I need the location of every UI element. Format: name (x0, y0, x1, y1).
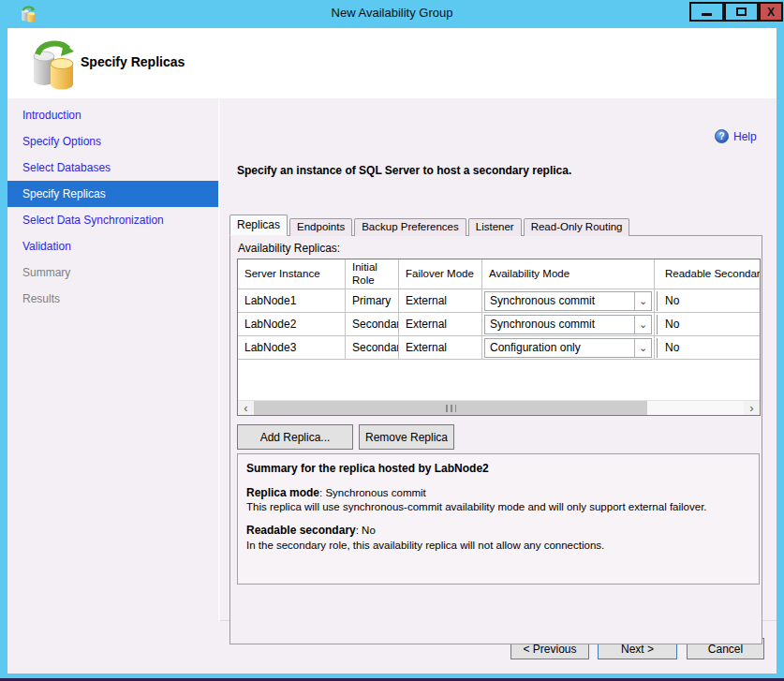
tab-replicas[interactable]: Replicas (229, 215, 288, 236)
tab-listener[interactable]: Listener (468, 218, 522, 236)
chevron-down-icon: ⌄ (634, 339, 651, 357)
help-icon: ? (715, 129, 729, 143)
availability-replicas-label: Availability Replicas: (238, 242, 340, 255)
minimize-button[interactable] (689, 2, 724, 22)
cell-failover-mode: External (399, 336, 482, 359)
cell-readable-secondary: No (655, 313, 761, 335)
nav-item-summary: Summary (7, 259, 218, 286)
maximize-icon (736, 7, 747, 16)
readable-secondary-dropdown[interactable]: No (657, 315, 761, 334)
nav-item-introduction[interactable]: Introduction (7, 102, 218, 128)
tab-endpoints[interactable]: Endpoints (289, 218, 352, 236)
cell-initial-role: Secondary (346, 336, 399, 359)
replica-summary-panel: Summary for the replica hosted by LabNod… (237, 453, 760, 585)
col-readable-secondary[interactable]: Readable Secondary (655, 259, 761, 289)
horizontal-scrollbar[interactable]: ‹ › (238, 400, 760, 415)
availability-mode-dropdown[interactable]: Synchronous commit ⌄ (484, 291, 652, 311)
wizard-header: Specify Replicas (7, 28, 777, 98)
replica-mode-desc: This replica will use synchronous-commit… (246, 500, 750, 514)
help-link[interactable]: ? Help (715, 129, 757, 143)
nav-item-select-databases[interactable]: Select Databases (7, 155, 218, 181)
table-row[interactable]: LabNode3 Secondary External Configuratio… (238, 336, 761, 360)
col-availability-mode[interactable]: Availability Mode (482, 259, 655, 289)
minimize-icon (702, 13, 712, 16)
nav-item-validation[interactable]: Validation (7, 233, 218, 259)
replicas-grid: Server Instance Initial Role Failover Mo… (237, 259, 761, 416)
cell-availability-mode: Configuration only ⌄ (482, 336, 655, 359)
nav-item-specify-replicas[interactable]: Specify Replicas (7, 181, 218, 207)
scrollbar-grip-icon (446, 405, 456, 412)
cell-failover-mode: External (399, 289, 482, 312)
nav-item-select-data-synchronization[interactable]: Select Data Synchronization (7, 207, 218, 233)
main-content: ? Help Specify an instance of SQL Server… (222, 98, 777, 620)
nav-item-results: Results (7, 286, 218, 312)
cell-availability-mode: Synchronous commit ⌄ (482, 289, 655, 312)
cell-initial-role: Primary (346, 289, 399, 312)
readable-secondary-line: Readable secondary: No (246, 524, 750, 539)
summary-title: Summary for the replica hosted by LabNod… (246, 462, 489, 475)
title-bar: New Availability Group X (0, 0, 784, 28)
tab-strip: Replicas Endpoints Backup Preferences Li… (229, 215, 631, 236)
nav-item-specify-options[interactable]: Specify Options (7, 128, 218, 155)
tab-read-only-routing[interactable]: Read-Only Routing (524, 218, 630, 236)
cell-initial-role: Secondary (346, 313, 399, 335)
col-failover-mode[interactable]: Failover Mode (399, 259, 482, 289)
window-title: New Availability Group (0, 0, 784, 28)
close-icon: X (767, 7, 775, 18)
remove-replica-button[interactable]: Remove Replica (359, 424, 454, 450)
scrollbar-track[interactable] (647, 401, 744, 415)
help-label: Help (733, 130, 757, 143)
add-replica-button[interactable]: Add Replica... (237, 424, 353, 450)
replicas-tab-panel: Availability Replicas: Server Instance I… (229, 235, 762, 644)
readable-secondary-desc: In the secondary role, this availability… (246, 539, 750, 553)
replica-mode-line: Replica mode: Synchronous commit (246, 486, 750, 501)
scrollbar-thumb[interactable] (254, 401, 647, 415)
cell-readable-secondary: No (655, 289, 761, 312)
wizard-nav: Introduction Specify Options Select Data… (7, 98, 220, 620)
maximize-button[interactable] (724, 2, 759, 22)
readable-secondary-dropdown[interactable]: No (657, 291, 761, 311)
chevron-down-icon: ⌄ (634, 316, 651, 333)
availability-mode-dropdown[interactable]: Configuration only ⌄ (484, 338, 652, 358)
close-button[interactable]: X (759, 2, 783, 22)
scroll-right-icon[interactable]: › (744, 401, 760, 415)
col-initial-role[interactable]: Initial Role (346, 259, 399, 289)
specify-replicas-icon (30, 39, 75, 90)
col-server-instance[interactable]: Server Instance (238, 259, 346, 289)
page-title: Specify Replicas (81, 54, 185, 69)
table-row[interactable]: LabNode2 Secondary External Synchronous … (238, 313, 761, 336)
cell-server: LabNode2 (238, 313, 346, 335)
tab-backup-preferences[interactable]: Backup Preferences (354, 218, 466, 236)
cell-server: LabNode3 (238, 336, 346, 359)
scroll-left-icon[interactable]: ‹ (238, 401, 254, 415)
cell-server: LabNode1 (238, 289, 346, 312)
instruction-text: Specify an instance of SQL Server to hos… (237, 164, 571, 177)
cell-availability-mode: Synchronous commit ⌄ (482, 313, 655, 335)
readable-secondary-dropdown[interactable]: No (657, 338, 761, 358)
chevron-down-icon: ⌄ (634, 292, 651, 310)
window-content: Specify Replicas Introduction Specify Op… (7, 28, 777, 674)
availability-mode-dropdown[interactable]: Synchronous commit ⌄ (484, 315, 652, 334)
grid-header-row: Server Instance Initial Role Failover Mo… (238, 259, 761, 289)
cell-failover-mode: External (399, 313, 482, 335)
grid-empty-area (238, 360, 761, 398)
cell-readable-secondary: No (655, 336, 761, 359)
table-row[interactable]: LabNode1 Primary External Synchronous co… (238, 289, 761, 313)
